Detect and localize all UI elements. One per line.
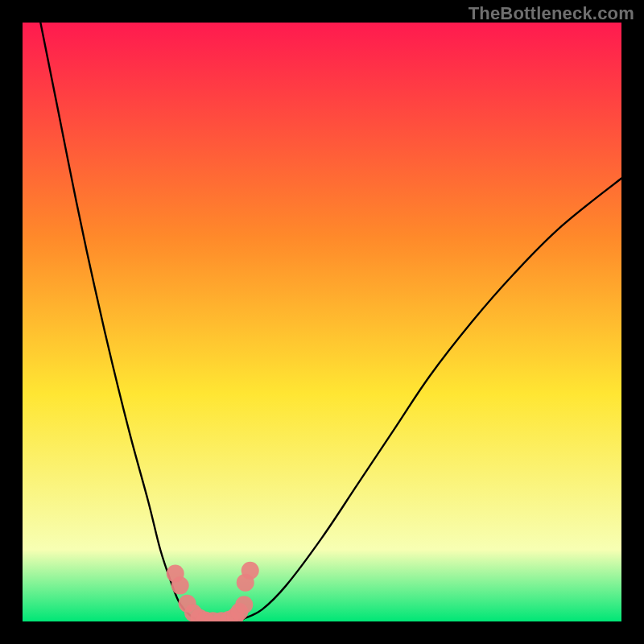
marker-dot xyxy=(171,576,189,594)
plot-area xyxy=(23,23,621,621)
watermark-text: TheBottleneck.com xyxy=(469,3,634,24)
marker-dot xyxy=(242,562,259,580)
chart-svg xyxy=(23,23,621,621)
gradient-background xyxy=(23,23,621,621)
chart-frame: TheBottleneck.com xyxy=(0,0,644,644)
marker-dot xyxy=(235,596,253,613)
